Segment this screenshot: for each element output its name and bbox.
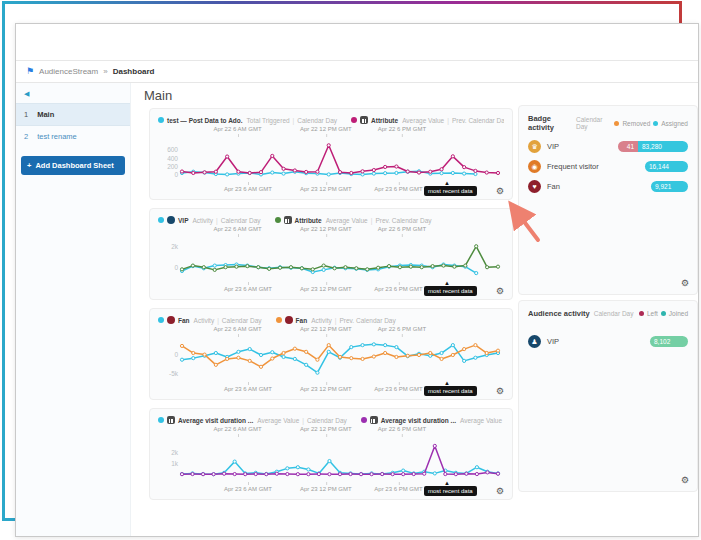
breadcrumb-page-title: Dashboard	[113, 67, 155, 76]
x-tick-label: Apr 23 6 AM GMT	[224, 286, 272, 292]
separator: |	[293, 117, 295, 124]
x-tick-label: Apr 23 12 PM GMT	[300, 186, 352, 192]
audience-activity-header: Audience activity Calendar Day Left Join…	[528, 309, 688, 318]
joined-count-pill: 8,102	[650, 336, 688, 347]
sidebar-collapse-icon[interactable]: ◀	[24, 90, 130, 98]
svg-text:0: 0	[174, 351, 178, 358]
panel-title: Badge activity	[528, 114, 572, 132]
attribute-icon	[370, 416, 378, 424]
series-metric: Activity	[192, 217, 213, 224]
svg-text:2k: 2k	[171, 449, 179, 456]
tooltip-caret-icon: ▲	[444, 280, 450, 286]
sheet-label: Main	[37, 110, 54, 119]
fan-badge-icon	[285, 316, 293, 324]
separator: |	[371, 217, 373, 224]
x-tick-label: Apr 23 12 PM GMT	[300, 286, 352, 292]
gear-icon[interactable]: ⚙	[681, 475, 689, 485]
series-dot	[158, 217, 164, 223]
badge-activity-legend: Removed Assigned	[614, 120, 688, 127]
add-dashboard-sheet-button[interactable]: + Add Dashboard Sheet	[21, 156, 125, 175]
x-axis-top: Apr 22 6 AM GMT Apr 22 12 PM GMT Apr 22 …	[158, 126, 504, 137]
sidebar-item-main[interactable]: 1 Main	[16, 103, 130, 126]
series-dot	[361, 417, 367, 423]
chart-legend: test — Post Data to Ado. Total Triggered…	[158, 114, 504, 126]
panel-title: Audience activity	[528, 309, 590, 318]
sheet-index: 2	[24, 132, 28, 141]
gear-icon[interactable]: ⚙	[496, 286, 504, 296]
series-dot	[351, 117, 357, 123]
sidebar-item-test-rename[interactable]: 2 test rename	[16, 126, 130, 147]
tooltip-caret-icon: ▲	[444, 480, 450, 486]
screenshot-canvas: ⚑ AudienceStream » Dashboard ◀ 1 Main 2 …	[0, 0, 701, 540]
series-period: Prev. Calendar Day	[375, 217, 431, 224]
chart-panel-vip: VIP Activity | Calendar Day Attribute Av…	[149, 208, 513, 300]
crown-glyph: ♛	[531, 143, 537, 150]
chart-panel-event: test — Post Data to Ado. Total Triggered…	[149, 108, 513, 200]
breadcrumb-separator: »	[103, 67, 107, 76]
x-tick-label: Apr 22 6 PM GMT	[378, 426, 426, 432]
separator: |	[217, 317, 219, 324]
x-tick-label: Apr 23 12 PM GMT	[300, 486, 352, 492]
chart-legend: VIP Activity | Calendar Day Attribute Av…	[158, 214, 504, 226]
x-tick-label: Apr 22 12 PM GMT	[300, 326, 352, 332]
x-tick-label: Apr 22 12 PM GMT	[300, 426, 352, 432]
add-dashboard-sheet-label: Add Dashboard Sheet	[35, 161, 113, 170]
app-window: ⚑ AudienceStream » Dashboard ◀ 1 Main 2 …	[15, 23, 699, 537]
gear-icon[interactable]: ⚙	[496, 486, 504, 496]
most-recent-data-tooltip: ▲ most recent data	[424, 386, 477, 396]
app-name: AudienceStream	[39, 67, 98, 76]
x-tick-label: Apr 22 6 AM GMT	[214, 226, 262, 232]
legend-label: Joined	[669, 310, 688, 317]
x-tick-label: Apr 22 6 PM GMT	[378, 126, 426, 132]
x-tick-label: Apr 22 6 AM GMT	[214, 326, 262, 332]
badge-label: Frequent visitor	[547, 162, 599, 171]
series-metric: Activity	[311, 317, 332, 324]
separator: |	[335, 317, 337, 324]
series-dot	[276, 317, 282, 323]
heart-glyph: ♥	[532, 183, 536, 190]
attribute-icon	[284, 216, 292, 224]
frequent-visitor-badge-icon: ◉	[528, 160, 541, 173]
badge-row-fan: ♥ Fan 9,921	[528, 176, 688, 196]
x-tick-label: Apr 22 12 PM GMT	[300, 226, 352, 232]
annotation-arrow	[500, 194, 546, 246]
x-tick-label: Apr 23 6 AM GMT	[224, 486, 272, 492]
panel-period: Calendar Day	[576, 116, 610, 130]
chart-legend: Fan Activity | Calendar Day Fan Activity…	[158, 314, 504, 326]
x-tick-label: Apr 23 6 PM GMT	[374, 186, 422, 192]
assigned-count-pill: 9,921	[651, 181, 688, 192]
svg-text:2k: 2k	[171, 243, 179, 250]
gear-icon[interactable]: ⚙	[496, 386, 504, 396]
fan-badge-icon: ♥	[528, 180, 541, 193]
x-tick-label: Apr 23 12 PM GMT	[300, 386, 352, 392]
svg-text:600: 600	[167, 146, 178, 153]
x-axis-top: Apr 22 6 AM GMT Apr 22 12 PM GMT Apr 22 …	[158, 326, 504, 337]
attribute-icon	[360, 116, 368, 124]
plus-icon: +	[27, 161, 31, 170]
separator: |	[447, 117, 449, 124]
series-metric: Activity	[194, 317, 215, 324]
audience-activity-rows: ♟ VIP 8,102	[528, 331, 688, 351]
svg-text:0: 0	[174, 264, 178, 271]
attribute-icon	[167, 416, 175, 424]
series-period: Calendar Day	[221, 217, 261, 224]
gear-icon[interactable]: ⚙	[681, 278, 689, 288]
x-axis-bottom: Apr 23 6 AM GMT Apr 23 12 PM GMT Apr 23 …	[158, 186, 504, 197]
chart-legend: Average visit duration ... Average Value…	[158, 414, 504, 426]
app-header: ⚑ AudienceStream » Dashboard	[16, 60, 698, 83]
series-dot	[158, 117, 164, 123]
tooltip-caret-icon: ▲	[444, 380, 450, 386]
series-name: Fan	[178, 317, 190, 324]
legend-label: Assigned	[661, 120, 688, 127]
removed-count-pill: 41	[618, 141, 638, 152]
badge-row-frequent-visitor: ◉ Frequent visitor 16,144	[528, 156, 688, 176]
tooltip-label: most recent data	[424, 486, 477, 496]
series-name: test — Post Data to Ado.	[167, 117, 243, 124]
separator: |	[216, 217, 218, 224]
line-chart: 0-5k	[158, 338, 506, 384]
audience-row-vip: ♟ VIP 8,102	[528, 331, 688, 351]
fan-badge-icon	[167, 316, 175, 324]
svg-text:400: 400	[167, 155, 178, 162]
badge-activity-rows: ♛ VIP 41 83,280 ◉ Frequent visitor 16,14…	[528, 136, 688, 196]
legend-label: Left	[647, 310, 658, 317]
